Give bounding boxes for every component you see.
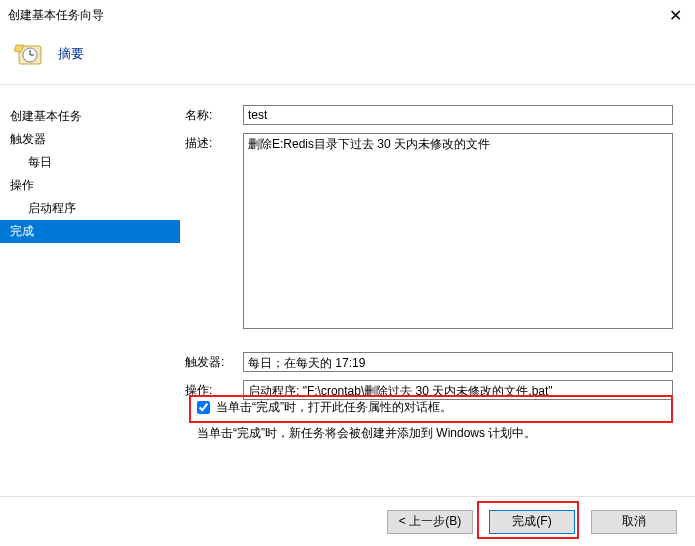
action-label: 操作: — [185, 380, 243, 399]
wizard-steps-sidebar: 创建基本任务 触发器 每日 操作 启动程序 完成 — [0, 85, 185, 490]
back-button[interactable]: < 上一步(B) — [387, 510, 473, 534]
open-properties-label: 当单击“完成”时，打开此任务属性的对话框。 — [216, 399, 452, 416]
name-label: 名称: — [185, 105, 243, 124]
open-properties-checkbox[interactable] — [197, 401, 210, 414]
summary-icon — [14, 38, 46, 70]
sidebar-item-start-program[interactable]: 启动程序 — [0, 197, 185, 220]
wizard-header: 摘要 — [0, 30, 695, 85]
desc-label: 描述: — [185, 133, 243, 152]
finish-button[interactable]: 完成(F) — [489, 510, 575, 534]
sidebar-item-action[interactable]: 操作 — [0, 174, 185, 197]
sidebar-item-create-task[interactable]: 创建基本任务 — [0, 105, 185, 128]
trigger-label: 触发器: — [185, 352, 243, 371]
description-field[interactable] — [243, 133, 673, 329]
finish-note: 当单击“完成”时，新任务将会被创建并添加到 Windows 计划中。 — [197, 425, 665, 442]
name-field[interactable] — [243, 105, 673, 125]
window-title: 创建基本任务向导 — [8, 7, 663, 24]
close-icon[interactable]: ✕ — [663, 6, 687, 25]
sidebar-item-daily[interactable]: 每日 — [0, 151, 185, 174]
page-title: 摘要 — [58, 45, 84, 63]
trigger-value: 每日；在每天的 17:19 — [243, 352, 673, 372]
sidebar-item-trigger[interactable]: 触发器 — [0, 128, 185, 151]
cancel-button[interactable]: 取消 — [591, 510, 677, 534]
action-value: 启动程序; "F:\crontab\删除过去 30 天内未修改的文件.bat" — [243, 380, 673, 400]
sidebar-item-finish[interactable]: 完成 — [0, 220, 180, 243]
